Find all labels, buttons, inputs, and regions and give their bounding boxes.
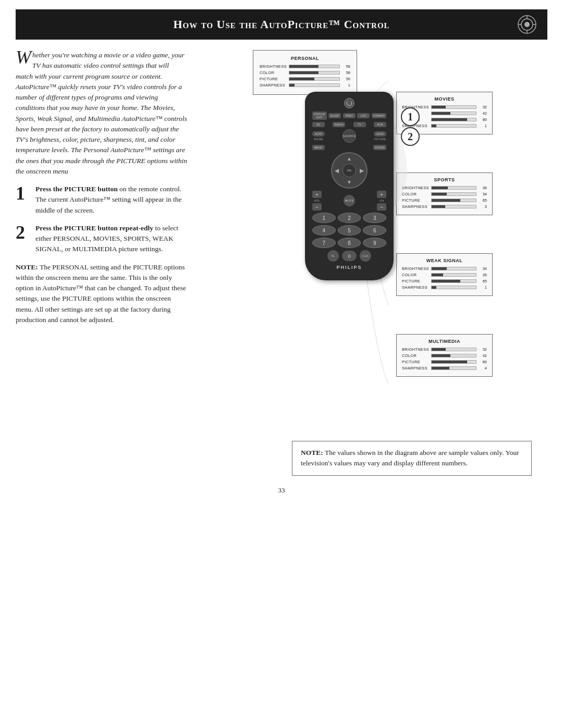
sports-sharpness-row: SHARPNESS 3: [402, 204, 487, 209]
weak-picture-row: PICTURE 65: [402, 279, 487, 283]
sc-button[interactable]: SC: [312, 122, 325, 127]
num-5-button[interactable]: 5: [338, 225, 361, 236]
num-9-button[interactable]: 9: [363, 238, 386, 248]
multimedia-brightness-row: BRIGHTNESS 32: [402, 347, 487, 352]
auto-picture-button[interactable]: AUTO: [374, 131, 386, 137]
vol-minus-button[interactable]: −: [312, 203, 322, 211]
sports-color-row: COLOR 34: [402, 192, 487, 196]
step-1-bold: Press the PICTURE button: [35, 185, 118, 193]
prev-button[interactable]: PREV: [343, 113, 356, 118]
personal-sharpness-label: SHARPNESS: [260, 83, 287, 88]
philips-logo: PHILIPS: [312, 265, 386, 270]
text-column: Whether you're watching a movie or a vid…: [16, 50, 188, 425]
step-circle-2: 2: [401, 127, 420, 146]
page-number: 33: [0, 486, 563, 495]
num-6-button[interactable]: 6: [363, 225, 386, 236]
step-2-text: Press the PICTURE button repeat-edly to …: [35, 223, 188, 255]
source-row: SC RADIO TV ACH: [312, 122, 386, 127]
step-circle-1: 1: [401, 107, 420, 126]
personal-sharpness-bar: [289, 83, 340, 87]
num-4-button[interactable]: 4: [312, 225, 336, 236]
status-exit-button[interactable]: STATUS/EXIT: [312, 112, 327, 120]
menu-button[interactable]: MENU: [312, 145, 325, 150]
step-1: 1 Press the PICTURE button on the remote…: [16, 184, 188, 216]
auto-sound-button[interactable]: AUTO: [312, 131, 325, 137]
ch-minus-button[interactable]: −: [377, 203, 386, 211]
nav-up-arrow: ▲: [347, 156, 352, 162]
list-button[interactable]: LIST: [357, 113, 370, 118]
note-bottom-box: NOTE: The values shown in the diagram ab…: [292, 441, 532, 476]
personal-brightness-label: BRIGHTNESS: [260, 64, 287, 69]
bottom-row: SL 0 CLK: [312, 250, 386, 262]
nav-right-arrow: ▶: [360, 168, 364, 174]
num-7-button[interactable]: 7: [312, 238, 336, 248]
panel-weak-signal: WEAK SIGNAL BRIGHTNESS 34 COLOR 26 PICTU…: [396, 253, 493, 296]
ach-button[interactable]: ACH: [374, 122, 386, 127]
radio-button[interactable]: RADIO: [333, 122, 345, 127]
personal-brightness-row: BRIGHTNESS 58: [260, 64, 350, 69]
diagram-column: PERSONAL BRIGHTNESS 58 COLOR 58 PIC: [198, 50, 547, 425]
personal-sharpness-row: SHARPNESS 1: [260, 83, 350, 88]
nav-center-button[interactable]: OK: [342, 164, 356, 177]
nav-outer[interactable]: ▲ ▼ ◀ ▶ OK: [331, 152, 368, 189]
multimedia-color-row: COLOR 42: [402, 353, 487, 358]
personal-brightness-value: 58: [342, 64, 350, 69]
step-1-text: Press the PICTURE button on the remote c…: [35, 184, 188, 216]
step-2-number: 2: [16, 223, 30, 255]
panel-personal-title: PERSONAL: [260, 56, 350, 61]
weak-sharpness-row: SHARPNESS 1: [402, 285, 487, 290]
note-bottom-label: NOTE:: [301, 449, 323, 456]
remote-control: STATUS/EXIT SLEEP PREV LIST FORMAT SC RA…: [305, 92, 394, 280]
source-button[interactable]: SOURCE: [342, 129, 356, 143]
header-icon: [511, 15, 537, 34]
personal-picture-bar: [289, 77, 340, 81]
ch-label: CH: [380, 199, 384, 202]
ch-plus-button[interactable]: +: [377, 191, 386, 198]
format-button[interactable]: FORMAT: [372, 113, 386, 118]
menu-sound-row: MENU SOUND: [312, 145, 386, 150]
sports-brightness-row: BRIGHTNESS 36: [402, 186, 487, 190]
num-3-button[interactable]: 3: [363, 213, 386, 223]
tv-button[interactable]: TV: [353, 122, 366, 127]
personal-color-row: COLOR 58: [260, 70, 350, 75]
personal-color-bar: [289, 71, 340, 75]
sleep-button[interactable]: SLEEP: [328, 113, 341, 118]
panel-multimedia-title: MULTIMEDIA: [402, 339, 487, 344]
panel-sports-title: SPORTS: [402, 177, 487, 182]
mute-button[interactable]: MUTE: [344, 195, 355, 206]
channel-control: + CH −: [377, 191, 386, 211]
vol-label: VOL: [314, 199, 320, 202]
power-icon: [347, 101, 352, 106]
nav-left-arrow: ◀: [335, 168, 339, 174]
top-labels-row: STATUS/EXIT SLEEP PREV LIST FORMAT: [312, 112, 386, 120]
num-2-button[interactable]: 2: [338, 213, 361, 223]
personal-sharpness-value: 1: [342, 83, 350, 88]
weak-brightness-row: BRIGHTNESS 34: [402, 266, 487, 271]
personal-picture-value: 50: [342, 77, 350, 81]
num-8-button[interactable]: 8: [338, 238, 361, 248]
page-title: How to Use the AutoPicture™ Control: [52, 18, 511, 31]
step-1-number: 1: [16, 184, 30, 216]
personal-picture-row: PICTURE 50: [260, 77, 350, 81]
page-header: How to Use the AutoPicture™ Control: [16, 9, 547, 40]
nav-ring: ▲ ▼ ◀ ▶ OK: [331, 152, 368, 189]
clock-button[interactable]: CLK: [360, 250, 371, 262]
sleep2-button[interactable]: SL: [327, 250, 339, 262]
sound-button[interactable]: SOUND: [373, 145, 386, 150]
multimedia-sharpness-row: SHARPNESS 4: [402, 366, 487, 371]
panel-sports: SPORTS BRIGHTNESS 36 COLOR 34 PICTURE 65: [396, 172, 493, 215]
num-0-button[interactable]: 0: [342, 251, 357, 261]
numpad: 1 2 3 4 5 6 7 8 9: [312, 213, 386, 248]
note-label: NOTE:: [16, 263, 38, 271]
num-1-button[interactable]: 1: [312, 213, 336, 223]
auto-source-row: AUTO SOUND SOURCE AUTO PICTURE: [312, 129, 386, 143]
panel-multimedia: MULTIMEDIA BRIGHTNESS 32 COLOR 42 PICTUR…: [396, 334, 493, 377]
panel-personal: PERSONAL BRIGHTNESS 58 COLOR 58 PIC: [253, 50, 357, 95]
svg-point-2: [524, 22, 530, 27]
remote-top: [312, 98, 386, 108]
panel-weak-title: WEAK SIGNAL: [402, 258, 487, 263]
nav-down-arrow: ▼: [347, 179, 352, 185]
volume-control: + VOL −: [312, 191, 322, 211]
power-button[interactable]: [344, 98, 354, 108]
vol-plus-button[interactable]: +: [312, 191, 322, 198]
